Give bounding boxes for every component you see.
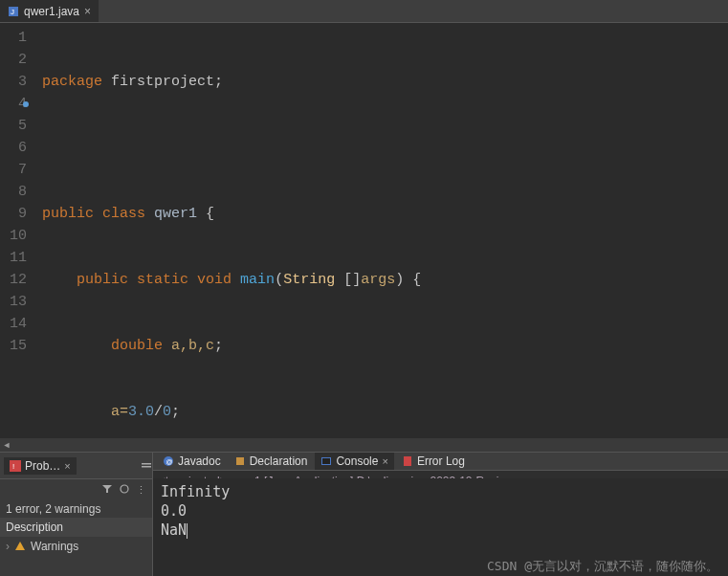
javadoc-icon: @ (163, 455, 174, 467)
svg-text:!: ! (12, 462, 14, 471)
warning-icon (14, 541, 26, 552)
editor-tab-bar: J qwer1.java × (0, 0, 728, 23)
java-file-icon: J (8, 6, 19, 17)
tab-errorlog[interactable]: Error Log (396, 453, 471, 470)
bottom-panel: ! Prob… × ⋮ 1 error, 2 warnings Descript… (0, 452, 728, 576)
close-icon[interactable]: × (382, 455, 387, 467)
svg-rect-4 (142, 463, 151, 465)
svg-text:J: J (11, 8, 14, 16)
editor-area[interactable]: 1 2 3 4 5 6 7 8 9 10 11 12 13 14 15 pack… (0, 23, 728, 438)
console-icon (320, 455, 332, 467)
tab-problems[interactable]: ! Prob… × (4, 457, 77, 475)
editor-tab[interactable]: J qwer1.java × (0, 0, 99, 22)
svg-rect-9 (236, 457, 244, 465)
svg-rect-12 (404, 456, 411, 466)
more-icon[interactable] (141, 460, 152, 472)
tab-javadoc[interactable]: @ Javadoc (157, 453, 227, 470)
warnings-row[interactable]: › Warnings (0, 537, 152, 556)
console-status: <terminated> qwer1 [Java Application] D:… (153, 471, 728, 478)
focus-icon[interactable] (119, 483, 130, 497)
description-header: Description (0, 518, 152, 537)
problems-summary: 1 error, 2 warnings (0, 500, 152, 518)
close-icon[interactable]: × (64, 460, 70, 472)
svg-rect-5 (142, 466, 151, 468)
tab-filename: qwer1.java (24, 5, 79, 18)
scroll-left-icon[interactable]: ◄ (0, 438, 13, 452)
close-icon[interactable]: × (84, 5, 91, 18)
svg-text:@: @ (166, 458, 173, 465)
problems-icon: ! (10, 460, 21, 472)
right-panel: @ Javadoc Declaration Console × Error Lo… (153, 453, 728, 576)
tab-declaration[interactable]: Declaration (229, 453, 314, 470)
filter-icon[interactable] (101, 483, 113, 497)
console-output[interactable]: Infinity 0.0 NaN CSDN @无言以对，沉默不语，随你随你。 (153, 478, 728, 576)
tab-console[interactable]: Console × (315, 453, 393, 470)
caret-icon (187, 523, 188, 539)
horizontal-scrollbar[interactable]: ◄ (0, 438, 728, 452)
svg-point-6 (121, 485, 128, 493)
main-marker-icon (23, 101, 29, 107)
declaration-icon (234, 455, 246, 467)
errorlog-icon (402, 455, 413, 467)
code-content[interactable]: package firstproject; public class qwer1… (34, 23, 421, 438)
svg-rect-2 (10, 460, 21, 472)
line-gutter: 1 2 3 4 5 6 7 8 9 10 11 12 13 14 15 (0, 23, 34, 438)
problems-panel: ! Prob… × ⋮ 1 error, 2 warnings Descript… (0, 453, 153, 576)
watermark: CSDN @无言以对，沉默不语，随你随你。 (487, 557, 718, 576)
menu-icon[interactable]: ⋮ (136, 484, 146, 497)
svg-rect-11 (322, 458, 330, 464)
